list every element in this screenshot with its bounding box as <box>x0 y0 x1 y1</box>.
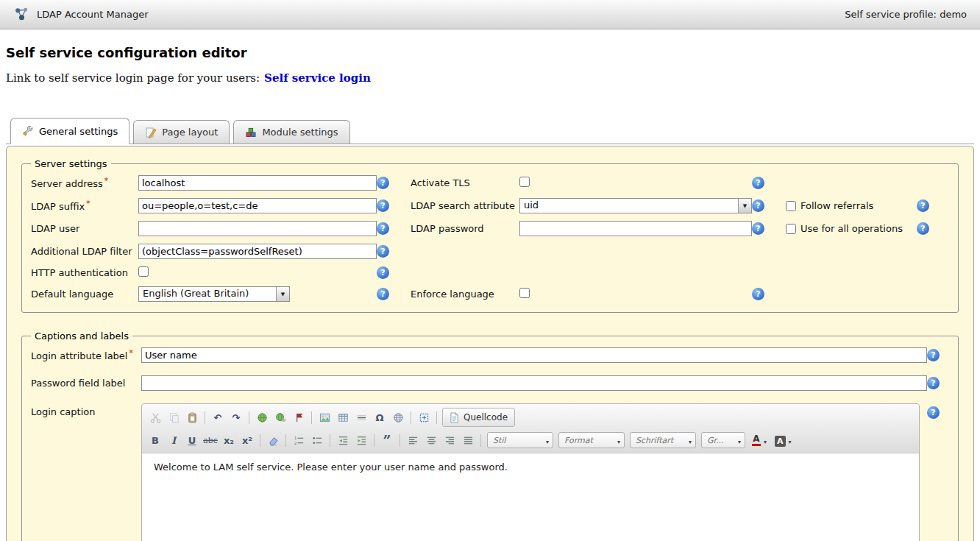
additional-ldap-filter-label: Additional LDAP filter <box>31 246 138 257</box>
help-icon[interactable] <box>927 377 940 389</box>
paste-button[interactable] <box>183 409 201 425</box>
italic-button[interactable]: I <box>165 432 182 448</box>
text-color-icon: A <box>752 434 761 446</box>
indent-icon <box>356 435 367 446</box>
insert-image-button[interactable] <box>316 409 333 425</box>
tab-bar: General settings Page layout Module sett… <box>6 118 974 144</box>
copy-button[interactable] <box>165 409 182 425</box>
server-address-input[interactable] <box>138 175 377 191</box>
link-button[interactable] <box>253 409 271 425</box>
help-icon[interactable] <box>927 406 940 419</box>
help-icon[interactable] <box>377 199 389 212</box>
special-char-button[interactable]: Ω <box>371 409 388 425</box>
align-justify-button[interactable] <box>459 432 477 448</box>
unlink-button[interactable] <box>271 409 289 425</box>
password-field-label-input[interactable] <box>141 375 927 391</box>
help-icon[interactable] <box>377 266 389 279</box>
ldap-search-attribute-select[interactable]: uid <box>519 198 752 213</box>
chevron-down-icon <box>789 435 792 446</box>
chevron-down-icon <box>546 435 549 446</box>
svg-text:1: 1 <box>294 436 296 440</box>
help-icon[interactable] <box>917 222 929 235</box>
tab-module-settings[interactable]: Module settings <box>233 120 349 144</box>
superscript-button[interactable]: x² <box>238 432 256 448</box>
strikethrough-button[interactable]: abc <box>202 432 219 448</box>
styles-select[interactable]: Stil <box>487 432 553 448</box>
editor-toolbar-row-1: ↶ ↷ <box>145 406 916 429</box>
outdent-button[interactable] <box>334 432 352 448</box>
default-language-select[interactable]: English (Great Britain) <box>138 286 290 302</box>
additional-ldap-filter-input[interactable] <box>138 244 377 259</box>
align-center-button[interactable] <box>422 432 440 448</box>
http-authentication-checkbox[interactable] <box>138 266 149 277</box>
editor-content-area[interactable]: Welcome to LAM self service. Please ente… <box>142 453 919 541</box>
globe-button[interactable] <box>389 409 407 425</box>
login-link-line: Link to self service login page for your… <box>6 71 974 85</box>
self-service-login-link[interactable]: Self service login <box>264 71 371 85</box>
bullet-list-button[interactable] <box>308 432 326 448</box>
ldap-search-attribute-label: LDAP search attribute <box>411 200 519 211</box>
numbered-list-icon: 12 <box>294 435 305 446</box>
subscript-button[interactable]: x₂ <box>220 432 238 448</box>
source-icon <box>450 412 459 423</box>
anchor-flag-button[interactable] <box>290 409 308 425</box>
follow-referrals-checkbox[interactable] <box>786 201 796 211</box>
chevron-down-icon <box>617 435 620 446</box>
login-attribute-input[interactable] <box>141 347 927 363</box>
default-language-label: Default language <box>31 289 138 300</box>
blockquote-icon: ” <box>383 436 391 444</box>
redo-button[interactable]: ↷ <box>227 409 245 425</box>
background-color-button[interactable]: A <box>771 431 795 449</box>
login-attribute-label: Login attribute label* <box>31 349 141 361</box>
help-icon[interactable] <box>917 199 929 212</box>
help-icon[interactable] <box>377 288 389 300</box>
font-size-select[interactable]: Gr... <box>701 432 745 448</box>
page-title: Self service configuration editor <box>6 45 974 60</box>
tab-page-layout[interactable]: Page layout <box>133 120 230 144</box>
help-icon[interactable] <box>752 288 764 300</box>
align-left-icon <box>408 435 419 446</box>
source-button[interactable]: Quellcode <box>442 408 515 427</box>
remove-format-button[interactable] <box>264 432 282 448</box>
required-marker: * <box>86 199 90 208</box>
help-icon[interactable] <box>752 199 764 212</box>
font-select-label: Schriftart <box>636 436 673 445</box>
enforce-language-checkbox[interactable] <box>519 288 530 298</box>
use-for-all-operations-checkbox[interactable] <box>786 224 796 234</box>
unlink-icon <box>275 412 286 423</box>
align-right-button[interactable] <box>441 432 458 448</box>
insert-table-button[interactable] <box>334 409 352 425</box>
toolbar-separator <box>400 434 400 447</box>
horizontal-rule-button[interactable] <box>352 409 370 425</box>
tab-general-settings[interactable]: General settings <box>10 118 129 144</box>
numbered-list-button[interactable]: 12 <box>290 432 308 448</box>
font-size-select-label: Gr... <box>707 436 724 445</box>
blockquote-button[interactable]: ” <box>378 432 396 448</box>
text-color-button[interactable]: A <box>748 431 770 449</box>
format-select[interactable]: Format <box>558 432 625 448</box>
align-justify-icon <box>463 435 474 446</box>
help-icon[interactable] <box>377 222 389 235</box>
ldap-password-input[interactable] <box>519 221 752 236</box>
http-authentication-label: HTTP authentication <box>31 267 138 278</box>
help-icon[interactable] <box>377 177 389 189</box>
ldap-password-label: LDAP password <box>411 223 519 234</box>
align-left-button[interactable] <box>404 432 422 448</box>
font-select[interactable]: Schriftart <box>630 432 696 448</box>
maximize-button[interactable] <box>415 409 433 425</box>
bold-button[interactable]: B <box>146 432 164 448</box>
image-icon <box>319 412 330 423</box>
ldap-user-input[interactable] <box>138 221 377 236</box>
indent-button[interactable] <box>352 432 370 448</box>
help-icon[interactable] <box>752 222 764 235</box>
cut-button[interactable] <box>146 409 164 425</box>
activate-tls-checkbox[interactable] <box>519 177 530 187</box>
underline-button[interactable]: U <box>183 432 201 448</box>
ldap-suffix-input[interactable] <box>138 198 377 213</box>
undo-button[interactable]: ↶ <box>209 409 227 425</box>
help-icon[interactable] <box>377 245 389 258</box>
help-icon[interactable] <box>927 349 940 361</box>
help-icon[interactable] <box>752 177 764 189</box>
toolbar-separator <box>480 434 481 447</box>
underline-label: U <box>188 435 196 446</box>
